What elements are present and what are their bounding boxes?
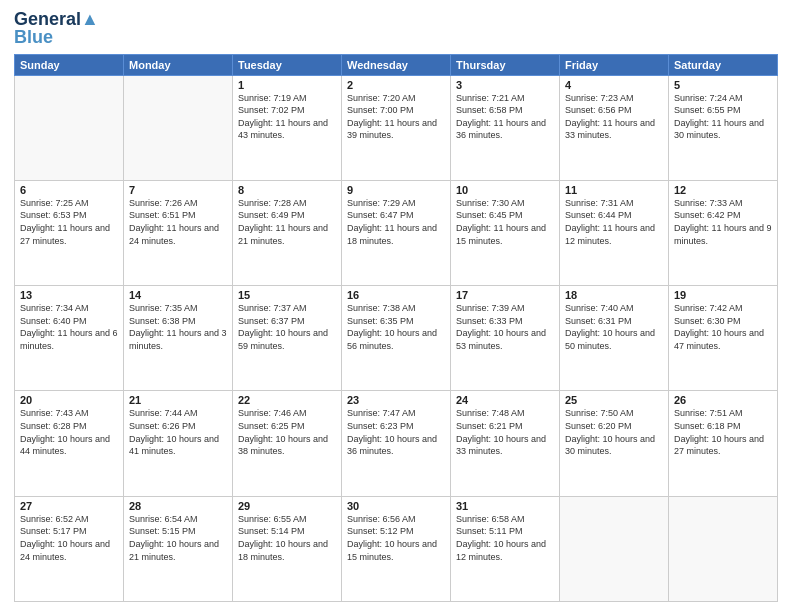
day-number: 23 [347, 394, 445, 406]
calendar-cell: 8Sunrise: 7:28 AMSunset: 6:49 PMDaylight… [233, 180, 342, 285]
calendar-cell: 10Sunrise: 7:30 AMSunset: 6:45 PMDayligh… [451, 180, 560, 285]
weekday-header-saturday: Saturday [669, 54, 778, 75]
day-info: Sunrise: 7:34 AMSunset: 6:40 PMDaylight:… [20, 302, 118, 352]
day-info: Sunrise: 7:28 AMSunset: 6:49 PMDaylight:… [238, 197, 336, 247]
day-info: Sunrise: 6:58 AMSunset: 5:11 PMDaylight:… [456, 513, 554, 563]
day-info: Sunrise: 6:54 AMSunset: 5:15 PMDaylight:… [129, 513, 227, 563]
day-info: Sunrise: 7:38 AMSunset: 6:35 PMDaylight:… [347, 302, 445, 352]
day-number: 12 [674, 184, 772, 196]
day-info: Sunrise: 7:31 AMSunset: 6:44 PMDaylight:… [565, 197, 663, 247]
day-number: 7 [129, 184, 227, 196]
day-number: 3 [456, 79, 554, 91]
calendar-cell: 22Sunrise: 7:46 AMSunset: 6:25 PMDayligh… [233, 391, 342, 496]
weekday-header-friday: Friday [560, 54, 669, 75]
day-number: 17 [456, 289, 554, 301]
day-info: Sunrise: 7:21 AMSunset: 6:58 PMDaylight:… [456, 92, 554, 142]
weekday-header-tuesday: Tuesday [233, 54, 342, 75]
day-info: Sunrise: 7:29 AMSunset: 6:47 PMDaylight:… [347, 197, 445, 247]
day-info: Sunrise: 7:40 AMSunset: 6:31 PMDaylight:… [565, 302, 663, 352]
day-number: 11 [565, 184, 663, 196]
calendar-cell [15, 75, 124, 180]
calendar-cell: 3Sunrise: 7:21 AMSunset: 6:58 PMDaylight… [451, 75, 560, 180]
day-info: Sunrise: 7:35 AMSunset: 6:38 PMDaylight:… [129, 302, 227, 352]
day-info: Sunrise: 7:47 AMSunset: 6:23 PMDaylight:… [347, 407, 445, 457]
calendar-cell: 14Sunrise: 7:35 AMSunset: 6:38 PMDayligh… [124, 286, 233, 391]
calendar-cell [669, 496, 778, 601]
day-info: Sunrise: 7:25 AMSunset: 6:53 PMDaylight:… [20, 197, 118, 247]
day-info: Sunrise: 7:33 AMSunset: 6:42 PMDaylight:… [674, 197, 772, 247]
calendar-cell: 18Sunrise: 7:40 AMSunset: 6:31 PMDayligh… [560, 286, 669, 391]
day-info: Sunrise: 7:46 AMSunset: 6:25 PMDaylight:… [238, 407, 336, 457]
calendar-cell: 2Sunrise: 7:20 AMSunset: 7:00 PMDaylight… [342, 75, 451, 180]
day-number: 8 [238, 184, 336, 196]
day-info: Sunrise: 7:48 AMSunset: 6:21 PMDaylight:… [456, 407, 554, 457]
day-number: 31 [456, 500, 554, 512]
calendar-cell: 13Sunrise: 7:34 AMSunset: 6:40 PMDayligh… [15, 286, 124, 391]
day-number: 19 [674, 289, 772, 301]
logo: General▲ Blue [14, 10, 99, 48]
calendar-week-5: 27Sunrise: 6:52 AMSunset: 5:17 PMDayligh… [15, 496, 778, 601]
day-number: 25 [565, 394, 663, 406]
calendar-cell: 16Sunrise: 7:38 AMSunset: 6:35 PMDayligh… [342, 286, 451, 391]
calendar-cell: 26Sunrise: 7:51 AMSunset: 6:18 PMDayligh… [669, 391, 778, 496]
calendar-week-3: 13Sunrise: 7:34 AMSunset: 6:40 PMDayligh… [15, 286, 778, 391]
day-number: 29 [238, 500, 336, 512]
calendar-table: SundayMondayTuesdayWednesdayThursdayFrid… [14, 54, 778, 602]
calendar-cell: 24Sunrise: 7:48 AMSunset: 6:21 PMDayligh… [451, 391, 560, 496]
calendar-cell: 4Sunrise: 7:23 AMSunset: 6:56 PMDaylight… [560, 75, 669, 180]
day-number: 15 [238, 289, 336, 301]
calendar-week-2: 6Sunrise: 7:25 AMSunset: 6:53 PMDaylight… [15, 180, 778, 285]
day-info: Sunrise: 7:23 AMSunset: 6:56 PMDaylight:… [565, 92, 663, 142]
day-number: 30 [347, 500, 445, 512]
day-info: Sunrise: 7:19 AMSunset: 7:02 PMDaylight:… [238, 92, 336, 142]
day-number: 24 [456, 394, 554, 406]
day-number: 1 [238, 79, 336, 91]
calendar-cell: 12Sunrise: 7:33 AMSunset: 6:42 PMDayligh… [669, 180, 778, 285]
day-number: 21 [129, 394, 227, 406]
day-number: 4 [565, 79, 663, 91]
day-number: 13 [20, 289, 118, 301]
weekday-header-monday: Monday [124, 54, 233, 75]
calendar-cell: 25Sunrise: 7:50 AMSunset: 6:20 PMDayligh… [560, 391, 669, 496]
day-info: Sunrise: 6:52 AMSunset: 5:17 PMDaylight:… [20, 513, 118, 563]
day-info: Sunrise: 7:51 AMSunset: 6:18 PMDaylight:… [674, 407, 772, 457]
day-info: Sunrise: 6:55 AMSunset: 5:14 PMDaylight:… [238, 513, 336, 563]
weekday-header-wednesday: Wednesday [342, 54, 451, 75]
day-number: 2 [347, 79, 445, 91]
calendar-cell [560, 496, 669, 601]
calendar-cell: 19Sunrise: 7:42 AMSunset: 6:30 PMDayligh… [669, 286, 778, 391]
day-info: Sunrise: 7:37 AMSunset: 6:37 PMDaylight:… [238, 302, 336, 352]
calendar-cell: 29Sunrise: 6:55 AMSunset: 5:14 PMDayligh… [233, 496, 342, 601]
day-info: Sunrise: 6:56 AMSunset: 5:12 PMDaylight:… [347, 513, 445, 563]
calendar-cell: 23Sunrise: 7:47 AMSunset: 6:23 PMDayligh… [342, 391, 451, 496]
calendar-cell [124, 75, 233, 180]
day-number: 14 [129, 289, 227, 301]
day-info: Sunrise: 7:44 AMSunset: 6:26 PMDaylight:… [129, 407, 227, 457]
day-info: Sunrise: 7:30 AMSunset: 6:45 PMDaylight:… [456, 197, 554, 247]
day-info: Sunrise: 7:42 AMSunset: 6:30 PMDaylight:… [674, 302, 772, 352]
calendar-cell: 5Sunrise: 7:24 AMSunset: 6:55 PMDaylight… [669, 75, 778, 180]
day-number: 28 [129, 500, 227, 512]
day-info: Sunrise: 7:26 AMSunset: 6:51 PMDaylight:… [129, 197, 227, 247]
calendar-header-row: SundayMondayTuesdayWednesdayThursdayFrid… [15, 54, 778, 75]
day-number: 5 [674, 79, 772, 91]
calendar-cell: 20Sunrise: 7:43 AMSunset: 6:28 PMDayligh… [15, 391, 124, 496]
calendar-cell: 7Sunrise: 7:26 AMSunset: 6:51 PMDaylight… [124, 180, 233, 285]
calendar-cell: 9Sunrise: 7:29 AMSunset: 6:47 PMDaylight… [342, 180, 451, 285]
day-number: 9 [347, 184, 445, 196]
page: General▲ Blue SundayMondayTuesdayWednesd… [0, 0, 792, 612]
day-info: Sunrise: 7:39 AMSunset: 6:33 PMDaylight:… [456, 302, 554, 352]
calendar-cell: 1Sunrise: 7:19 AMSunset: 7:02 PMDaylight… [233, 75, 342, 180]
day-info: Sunrise: 7:43 AMSunset: 6:28 PMDaylight:… [20, 407, 118, 457]
calendar-cell: 17Sunrise: 7:39 AMSunset: 6:33 PMDayligh… [451, 286, 560, 391]
calendar-cell: 6Sunrise: 7:25 AMSunset: 6:53 PMDaylight… [15, 180, 124, 285]
day-number: 27 [20, 500, 118, 512]
calendar-cell: 27Sunrise: 6:52 AMSunset: 5:17 PMDayligh… [15, 496, 124, 601]
calendar-week-1: 1Sunrise: 7:19 AMSunset: 7:02 PMDaylight… [15, 75, 778, 180]
weekday-header-thursday: Thursday [451, 54, 560, 75]
day-number: 18 [565, 289, 663, 301]
day-number: 20 [20, 394, 118, 406]
calendar-cell: 11Sunrise: 7:31 AMSunset: 6:44 PMDayligh… [560, 180, 669, 285]
calendar-cell: 21Sunrise: 7:44 AMSunset: 6:26 PMDayligh… [124, 391, 233, 496]
day-info: Sunrise: 7:50 AMSunset: 6:20 PMDaylight:… [565, 407, 663, 457]
